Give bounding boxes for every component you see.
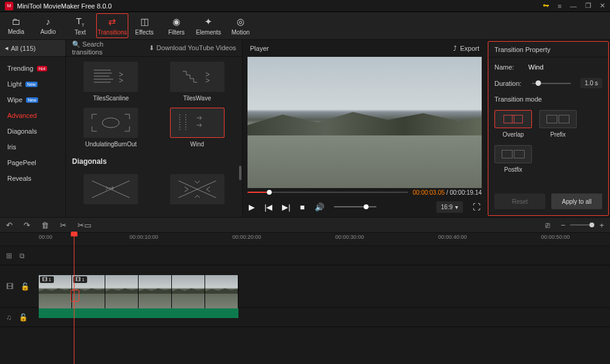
- play-button[interactable]: ▶: [249, 203, 255, 212]
- zoom-out-button[interactable]: −: [561, 221, 566, 230]
- delete-button[interactable]: 🗑: [41, 221, 49, 230]
- lock-icon[interactable]: 🔓: [21, 282, 30, 291]
- progress-bar[interactable]: 00:00:03.05 / 00:00:19.14: [243, 188, 487, 197]
- transition-thumb: [84, 174, 138, 204]
- close-icon[interactable]: ✕: [600, 2, 605, 10]
- aspect-ratio-select[interactable]: 16:9 ▾: [436, 201, 463, 213]
- tab-text[interactable]: TTText: [64, 12, 96, 39]
- transition-undulatingburnout[interactable]: UndulatingBurnOut: [71, 108, 151, 148]
- transitions-icon: ⇄: [108, 16, 116, 27]
- clip-1[interactable]: [39, 275, 72, 308]
- title-bar: M MiniTool MovieMaker Free 8.0.0 ≡ — ❐ ✕: [0, 0, 610, 12]
- time-current: 00:00:03.05: [413, 189, 445, 196]
- transition-thumb: [84, 62, 138, 92]
- minimize-icon[interactable]: —: [570, 2, 577, 10]
- tab-media[interactable]: 🗀Media: [0, 12, 32, 39]
- timeline: 00:00 00:00:10:00 00:00:20:00 00:00:30:0…: [0, 233, 610, 364]
- clip-3[interactable]: [105, 275, 139, 308]
- sidebar-item-reveals[interactable]: Reveals: [0, 171, 65, 186]
- transition-thumb-selected: [170, 108, 225, 138]
- app-logo-icon: M: [5, 2, 13, 10]
- video-preview[interactable]: [248, 57, 482, 188]
- key-icon[interactable]: [542, 2, 549, 10]
- lock-icon[interactable]: 🔓: [19, 313, 28, 322]
- transition-tileswave[interactable]: TilesWave: [157, 62, 238, 102]
- transition-diagonal-2[interactable]: [157, 174, 238, 204]
- sidebar-item-trending[interactable]: TrendingHot: [0, 60, 65, 76]
- edit-toolbar: ↶ ↷ 🗑 ✂ ✂▭ ⎚ − +: [0, 217, 610, 233]
- track-header-row: ⊞ ⧉: [0, 246, 610, 265]
- clip-4[interactable]: [139, 275, 172, 308]
- tab-transitions[interactable]: ⇄Transitions: [96, 13, 128, 38]
- maximize-icon[interactable]: ❐: [585, 2, 591, 10]
- mode-prefix[interactable]: Prefix: [539, 110, 577, 138]
- elements-icon: ✦: [205, 16, 212, 27]
- mode-postfix[interactable]: Postfix: [494, 145, 532, 173]
- sidebar-item-iris[interactable]: Iris: [0, 139, 65, 155]
- transition-tilesscanline[interactable]: TilesScanline: [71, 62, 151, 102]
- search-transitions[interactable]: 🔍 Search transitions: [72, 41, 113, 56]
- zoom-in-button[interactable]: +: [599, 221, 604, 230]
- filters-icon: ◉: [172, 16, 180, 27]
- prev-frame-button[interactable]: |◀: [264, 203, 272, 212]
- apply-to-all-button[interactable]: Apply to all: [551, 193, 602, 209]
- transitions-gallery: 🔍 Search transitions ⬇ Download YouTube …: [66, 40, 242, 217]
- tab-elements[interactable]: ✦Elements: [192, 12, 225, 39]
- duration-value[interactable]: 1.0 s: [580, 78, 602, 88]
- export-button[interactable]: ⤴Export: [453, 45, 479, 52]
- video-track-icon: 🎞: [6, 282, 13, 291]
- sidebar-item-advanced[interactable]: Advanced: [0, 108, 65, 123]
- category-sidebar: ◂ All (115) TrendingHot LightNew WipeNew…: [0, 40, 66, 217]
- transition-marker[interactable]: [71, 290, 79, 302]
- clip-5[interactable]: [172, 275, 205, 308]
- duration-slider[interactable]: [532, 83, 571, 84]
- timeline-ruler[interactable]: 00:00 00:00:10:00 00:00:20:00 00:00:30:0…: [0, 233, 610, 246]
- tab-audio[interactable]: ♪Audio: [32, 12, 64, 39]
- time-total: 00:00:19.14: [450, 189, 482, 196]
- fullscreen-button[interactable]: ⛶: [473, 203, 480, 212]
- add-track-icon[interactable]: ⊞: [6, 252, 12, 260]
- sidebar-item-diagonals[interactable]: Diagonals: [0, 123, 65, 139]
- svg-point-5: [102, 118, 119, 128]
- fit-icon[interactable]: ⎚: [545, 221, 550, 230]
- video-clips[interactable]: [39, 275, 238, 308]
- name-label: Name:: [494, 63, 522, 71]
- transition-wind[interactable]: Wind: [157, 108, 238, 148]
- sidebar-item-light[interactable]: LightNew: [0, 76, 65, 92]
- transition-property-panel: Transition Property Name: Wind Duration:…: [488, 41, 609, 216]
- sidebar-item-wipe[interactable]: WipeNew: [0, 92, 65, 108]
- props-title: Transition Property: [488, 42, 608, 57]
- player-title: Player: [250, 45, 453, 52]
- app-title: MiniTool MovieMaker Free 8.0.0: [17, 2, 542, 10]
- category-diagonals-heading: Diagonals: [71, 154, 237, 168]
- transition-thumb: [84, 108, 138, 138]
- mode-overlap[interactable]: Overlap: [494, 110, 532, 138]
- redo-button[interactable]: ↷: [24, 221, 30, 230]
- tab-motion[interactable]: ◎Motion: [225, 12, 257, 39]
- download-youtube-link[interactable]: ⬇ Download YouTube Videos: [149, 44, 236, 52]
- next-frame-button[interactable]: ▶|: [282, 203, 290, 212]
- volume-icon[interactable]: 🔊: [315, 203, 324, 212]
- volume-slider[interactable]: [334, 206, 376, 207]
- gallery-scrollbar[interactable]: [239, 166, 241, 180]
- tab-filters[interactable]: ◉Filters: [160, 12, 192, 39]
- clip-6[interactable]: [205, 275, 238, 308]
- audio-clip[interactable]: [39, 308, 238, 318]
- reset-button[interactable]: Reset: [494, 193, 545, 209]
- zoom-slider[interactable]: [570, 224, 594, 226]
- sidebar-item-pagepeel[interactable]: PagePeel: [0, 155, 65, 171]
- stop-button[interactable]: ■: [300, 203, 305, 212]
- undo-button[interactable]: ↶: [6, 221, 13, 230]
- sidebar-header[interactable]: ◂ All (115): [0, 40, 65, 57]
- copy-track-icon[interactable]: ⧉: [19, 252, 25, 260]
- transition-diagonal-1[interactable]: [71, 174, 151, 204]
- text-icon: TT: [76, 16, 84, 27]
- audio-track-icon: ♫: [6, 313, 11, 322]
- main-toolbar: 🗀Media ♪Audio TTText ⇄Transitions ◫Effec…: [0, 12, 610, 40]
- tab-effects[interactable]: ◫Effects: [128, 12, 160, 39]
- split-button[interactable]: ✂: [60, 221, 67, 230]
- crop-button[interactable]: ✂▭: [77, 221, 91, 230]
- effects-icon: ◫: [140, 16, 149, 27]
- export-icon: ⤴: [453, 45, 457, 52]
- menu-icon[interactable]: ≡: [558, 2, 562, 10]
